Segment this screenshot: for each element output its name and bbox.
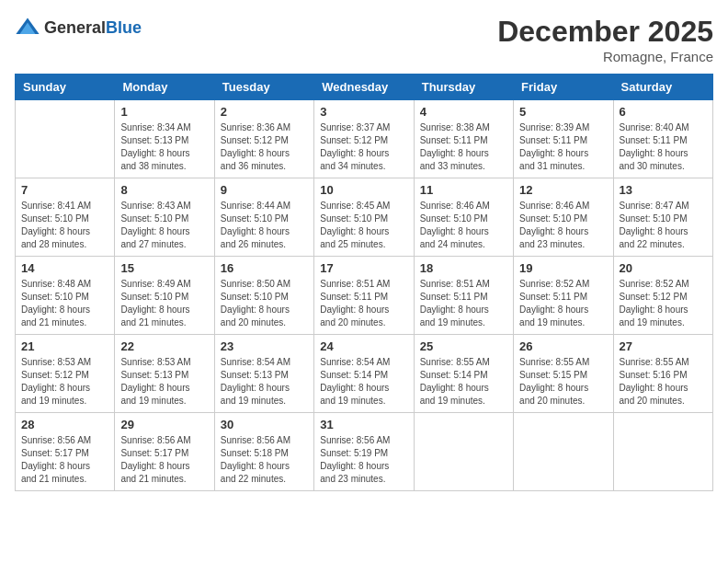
day-info: Sunrise: 8:44 AMSunset: 5:10 PMDaylight:… [221, 200, 308, 251]
calendar-header-sunday: Sunday [16, 75, 115, 100]
day-info: Sunrise: 8:51 AMSunset: 5:11 PMDaylight:… [420, 278, 507, 329]
day-number: 20 [620, 261, 707, 275]
day-number: 4 [420, 105, 507, 119]
location: Romagne, France [497, 49, 713, 64]
day-number: 19 [519, 261, 607, 275]
day-info: Sunrise: 8:52 AMSunset: 5:11 PMDaylight:… [519, 278, 607, 329]
day-number: 23 [221, 339, 308, 353]
calendar-cell: 6Sunrise: 8:40 AMSunset: 5:11 PMDaylight… [613, 100, 712, 178]
day-info: Sunrise: 8:56 AMSunset: 5:18 PMDaylight:… [221, 434, 308, 486]
calendar-cell: 22Sunrise: 8:53 AMSunset: 5:13 PMDayligh… [115, 335, 214, 413]
day-number: 5 [519, 105, 607, 119]
day-info: Sunrise: 8:53 AMSunset: 5:12 PMDaylight:… [21, 356, 108, 408]
calendar-cell: 16Sunrise: 8:50 AMSunset: 5:10 PMDayligh… [214, 257, 313, 335]
day-number: 28 [21, 418, 108, 431]
day-number: 22 [120, 339, 208, 353]
day-number: 18 [420, 261, 507, 275]
calendar-cell: 31Sunrise: 8:56 AMSunset: 5:19 PMDayligh… [314, 413, 414, 491]
day-number: 2 [221, 105, 308, 119]
day-info: Sunrise: 8:49 AMSunset: 5:10 PMDaylight:… [120, 278, 208, 329]
day-number: 24 [320, 339, 407, 353]
calendar-cell: 19Sunrise: 8:52 AMSunset: 5:11 PMDayligh… [514, 257, 613, 335]
calendar-cell: 4Sunrise: 8:38 AMSunset: 5:11 PMDaylight… [414, 100, 513, 178]
page-header: GeneralBlue December 2025 Romagne, Franc… [15, 15, 713, 64]
logo-icon [15, 15, 40, 40]
week-row-4: 28Sunrise: 8:56 AMSunset: 5:17 PMDayligh… [16, 413, 713, 491]
day-number: 31 [320, 418, 407, 431]
calendar-cell: 13Sunrise: 8:47 AMSunset: 5:10 PMDayligh… [613, 178, 712, 257]
day-number: 12 [519, 183, 607, 197]
week-row-2: 14Sunrise: 8:48 AMSunset: 5:10 PMDayligh… [16, 257, 713, 335]
day-number: 21 [21, 339, 108, 353]
day-number: 10 [320, 183, 407, 197]
week-row-0: 1Sunrise: 8:34 AMSunset: 5:13 PMDaylight… [16, 100, 713, 178]
day-info: Sunrise: 8:47 AMSunset: 5:10 PMDaylight:… [620, 200, 707, 251]
calendar-header-row: SundayMondayTuesdayWednesdayThursdayFrid… [16, 75, 713, 100]
calendar-header-wednesday: Wednesday [314, 75, 414, 100]
logo-text-general: General [44, 18, 106, 37]
day-info: Sunrise: 8:40 AMSunset: 5:11 PMDaylight:… [620, 121, 707, 173]
day-info: Sunrise: 8:39 AMSunset: 5:11 PMDaylight:… [519, 121, 607, 173]
day-info: Sunrise: 8:55 AMSunset: 5:15 PMDaylight:… [519, 356, 607, 408]
day-info: Sunrise: 8:51 AMSunset: 5:11 PMDaylight:… [320, 278, 407, 329]
day-number: 7 [21, 183, 108, 197]
calendar-cell: 29Sunrise: 8:56 AMSunset: 5:17 PMDayligh… [115, 413, 214, 491]
calendar-cell: 9Sunrise: 8:44 AMSunset: 5:10 PMDaylight… [214, 178, 313, 257]
calendar-header-thursday: Thursday [414, 75, 513, 100]
day-info: Sunrise: 8:54 AMSunset: 5:13 PMDaylight:… [221, 356, 308, 408]
day-info: Sunrise: 8:50 AMSunset: 5:10 PMDaylight:… [221, 278, 308, 329]
day-number: 14 [21, 261, 108, 275]
title-block: December 2025 Romagne, France [497, 15, 713, 64]
calendar-cell: 30Sunrise: 8:56 AMSunset: 5:18 PMDayligh… [214, 413, 313, 491]
day-number: 17 [320, 261, 407, 275]
calendar-cell: 14Sunrise: 8:48 AMSunset: 5:10 PMDayligh… [16, 257, 115, 335]
calendar-cell: 7Sunrise: 8:41 AMSunset: 5:10 PMDaylight… [16, 178, 115, 257]
calendar-cell: 11Sunrise: 8:46 AMSunset: 5:10 PMDayligh… [414, 178, 513, 257]
calendar-header-saturday: Saturday [613, 75, 712, 100]
day-number: 9 [221, 183, 308, 197]
day-number: 11 [420, 183, 507, 197]
calendar-cell: 17Sunrise: 8:51 AMSunset: 5:11 PMDayligh… [314, 257, 414, 335]
day-info: Sunrise: 8:46 AMSunset: 5:10 PMDaylight:… [420, 200, 507, 251]
calendar-cell: 2Sunrise: 8:36 AMSunset: 5:12 PMDaylight… [214, 100, 313, 178]
day-number: 1 [120, 105, 208, 119]
calendar-cell: 12Sunrise: 8:46 AMSunset: 5:10 PMDayligh… [514, 178, 613, 257]
day-info: Sunrise: 8:55 AMSunset: 5:14 PMDaylight:… [420, 356, 507, 408]
day-info: Sunrise: 8:54 AMSunset: 5:14 PMDaylight:… [320, 356, 407, 408]
calendar-cell: 21Sunrise: 8:53 AMSunset: 5:12 PMDayligh… [16, 335, 115, 413]
calendar-cell: 18Sunrise: 8:51 AMSunset: 5:11 PMDayligh… [414, 257, 513, 335]
calendar-cell: 27Sunrise: 8:55 AMSunset: 5:16 PMDayligh… [613, 335, 712, 413]
day-info: Sunrise: 8:46 AMSunset: 5:10 PMDaylight:… [519, 200, 607, 251]
day-info: Sunrise: 8:56 AMSunset: 5:17 PMDaylight:… [21, 434, 108, 486]
day-info: Sunrise: 8:37 AMSunset: 5:12 PMDaylight:… [320, 121, 407, 173]
day-info: Sunrise: 8:56 AMSunset: 5:17 PMDaylight:… [120, 434, 208, 486]
logo: GeneralBlue [15, 15, 142, 40]
day-info: Sunrise: 8:34 AMSunset: 5:13 PMDaylight:… [120, 121, 208, 173]
calendar-cell: 24Sunrise: 8:54 AMSunset: 5:14 PMDayligh… [314, 335, 414, 413]
calendar-header-friday: Friday [514, 75, 613, 100]
calendar-cell [414, 413, 513, 491]
week-row-3: 21Sunrise: 8:53 AMSunset: 5:12 PMDayligh… [16, 335, 713, 413]
day-info: Sunrise: 8:52 AMSunset: 5:12 PMDaylight:… [620, 278, 707, 329]
logo-text-blue: Blue [106, 18, 142, 37]
day-number: 6 [620, 105, 707, 119]
day-info: Sunrise: 8:43 AMSunset: 5:10 PMDaylight:… [120, 200, 208, 251]
day-number: 8 [120, 183, 208, 197]
day-info: Sunrise: 8:56 AMSunset: 5:19 PMDaylight:… [320, 434, 407, 486]
day-number: 3 [320, 105, 407, 119]
calendar-cell: 26Sunrise: 8:55 AMSunset: 5:15 PMDayligh… [514, 335, 613, 413]
calendar-cell [16, 100, 115, 178]
calendar-cell: 28Sunrise: 8:56 AMSunset: 5:17 PMDayligh… [16, 413, 115, 491]
calendar-cell: 1Sunrise: 8:34 AMSunset: 5:13 PMDaylight… [115, 100, 214, 178]
day-info: Sunrise: 8:41 AMSunset: 5:10 PMDaylight:… [21, 200, 108, 251]
calendar-cell: 15Sunrise: 8:49 AMSunset: 5:10 PMDayligh… [115, 257, 214, 335]
day-number: 15 [120, 261, 208, 275]
day-number: 29 [120, 418, 208, 431]
day-info: Sunrise: 8:48 AMSunset: 5:10 PMDaylight:… [21, 278, 108, 329]
calendar-cell: 25Sunrise: 8:55 AMSunset: 5:14 PMDayligh… [414, 335, 513, 413]
day-number: 13 [620, 183, 707, 197]
calendar-cell: 3Sunrise: 8:37 AMSunset: 5:12 PMDaylight… [314, 100, 414, 178]
day-number: 27 [620, 339, 707, 353]
calendar-cell: 20Sunrise: 8:52 AMSunset: 5:12 PMDayligh… [613, 257, 712, 335]
day-info: Sunrise: 8:45 AMSunset: 5:10 PMDaylight:… [320, 200, 407, 251]
